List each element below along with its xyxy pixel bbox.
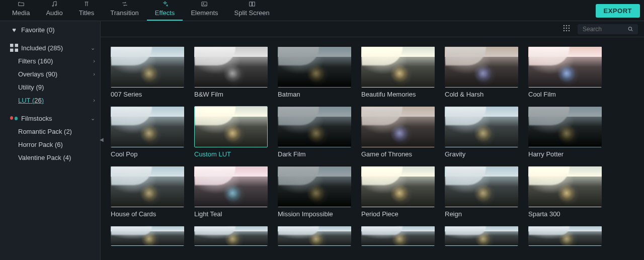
effect-card[interactable]: Mission Impossible [278, 166, 351, 218]
effect-thumbnail [445, 46, 518, 88]
effect-card[interactable]: Cold & Harsh [445, 46, 518, 98]
export-button[interactable]: EXPORT [596, 4, 640, 18]
search-icon [628, 26, 633, 32]
sidebar-item-valentine-pack[interactable]: Valentine Pack (4) [0, 151, 100, 164]
chevron-right-icon: › [93, 97, 95, 103]
effect-card[interactable]: Custom LUT [194, 106, 268, 158]
effect-thumbnail [528, 46, 602, 88]
sidebar-item-utility[interactable]: Utility (9) [0, 80, 100, 94]
heart-icon: ♥ [10, 26, 18, 34]
effects-grid-scroll[interactable]: 007 SeriesB&W FilmBatmanBeautifu Memorie… [101, 37, 644, 260]
effect-label: B&W Film [194, 91, 268, 98]
sidebar-item-label: Included (285) [21, 44, 88, 52]
tab-titles[interactable]: Titles [71, 0, 103, 21]
tab-label: Split Screen [234, 9, 270, 17]
svg-point-18 [569, 30, 570, 32]
effect-card[interactable]: Period Piece [361, 166, 435, 218]
sidebar-item-filters[interactable]: Filters (160) › [0, 54, 100, 67]
effect-card[interactable]: Light Teal [194, 166, 268, 218]
effect-card[interactable] [445, 226, 518, 246]
effect-card[interactable]: Cool Pop [111, 106, 184, 158]
effect-thumbnail [111, 46, 184, 88]
svg-point-13 [564, 28, 565, 29]
sidebar-item-favorite[interactable]: ♥ Favorite (0) [0, 23, 100, 36]
effect-label: Batman [278, 91, 351, 98]
svg-rect-6 [10, 44, 13, 47]
image-icon [200, 1, 208, 8]
swap-icon [121, 1, 129, 8]
effect-label: Game of Thrones [361, 150, 435, 158]
search-box[interactable] [578, 24, 638, 34]
effect-thumbnail [528, 106, 602, 147]
tab-media[interactable]: Media [4, 0, 38, 21]
effect-card[interactable]: House of Cards [111, 166, 184, 218]
effect-card[interactable]: Harry Potter [528, 106, 602, 158]
sidebar-item-label: Filmstocks [21, 115, 88, 122]
effects-grid: 007 SeriesB&W FilmBatmanBeautifu Memorie… [111, 46, 636, 246]
folder-icon [17, 1, 25, 8]
sidebar-item-label: Romantic Pack (2) [18, 128, 95, 135]
effect-card[interactable]: Reign [445, 166, 518, 218]
effect-card[interactable]: Dark Film [278, 106, 351, 158]
chevron-down-icon: ⌄ [91, 115, 95, 122]
effect-thumbnail [111, 106, 184, 147]
sidebar-item-label: Horror Pack (6) [18, 141, 95, 148]
search-input[interactable] [583, 26, 628, 33]
effect-card[interactable]: Gravity [445, 106, 518, 158]
tab-label: Titles [79, 9, 95, 17]
music-icon [50, 1, 58, 8]
effect-card[interactable] [528, 226, 602, 246]
svg-point-15 [569, 28, 570, 29]
sidebar-item-overlays[interactable]: Overlays (90) › [0, 67, 100, 80]
tab-split-screen[interactable]: Split Screen [226, 0, 278, 21]
effect-thumbnail [278, 166, 351, 207]
tab-label: Effects [155, 9, 175, 17]
effect-thumbnail [528, 226, 602, 246]
tab-transition[interactable]: Transition [102, 0, 147, 21]
effect-card[interactable]: Game of Thrones [361, 106, 435, 158]
effect-card[interactable]: B&W Film [194, 46, 268, 98]
effect-label: Cool Film [528, 91, 602, 98]
svg-point-12 [569, 25, 570, 27]
effect-thumbnail [528, 166, 602, 207]
effect-thumbnail [361, 106, 435, 147]
effect-thumbnail [278, 46, 351, 88]
sidebar-item-lut[interactable]: LUT (26) › [0, 94, 100, 107]
effect-label: Reign [445, 210, 518, 218]
tab-label: Transition [110, 9, 139, 17]
tab-audio[interactable]: Audio [38, 0, 70, 21]
collapse-sidebar-handle[interactable]: ◀ [100, 137, 104, 142]
tab-elements[interactable]: Elements [183, 0, 226, 21]
effect-card[interactable]: Batman [278, 46, 351, 98]
effect-label: Gravity [445, 150, 518, 158]
effect-label: Light Teal [194, 210, 268, 218]
grid-view-button[interactable] [560, 23, 573, 35]
effect-label: Mission Impossible [278, 210, 351, 218]
effect-card[interactable] [194, 226, 268, 246]
effect-card[interactable] [361, 226, 435, 246]
effect-card[interactable] [111, 226, 184, 246]
sidebar-item-horror-pack[interactable]: Horror Pack (6) [0, 138, 100, 151]
effect-card[interactable]: Beautifu Memories [361, 46, 435, 98]
split-icon [248, 1, 256, 8]
sidebar-item-romantic-pack[interactable]: Romantic Pack (2) [0, 125, 100, 138]
effect-card[interactable]: Sparta 300 [528, 166, 602, 218]
sidebar-item-label: Overlays (90) [18, 70, 90, 78]
sidebar-item-filmstocks[interactable]: Filmstocks ⌄ [0, 112, 100, 125]
effect-thumbnail [361, 226, 435, 246]
svg-point-3 [203, 3, 204, 4]
svg-point-19 [628, 27, 631, 30]
effect-card[interactable]: 007 Series [111, 46, 184, 98]
svg-point-14 [566, 28, 568, 29]
sidebar-item-included[interactable]: Included (285) ⌄ [0, 41, 100, 54]
effect-card[interactable] [278, 226, 351, 246]
sidebar-item-label: Favorite (0) [21, 26, 95, 34]
tab-effects[interactable]: Effects [147, 0, 183, 21]
effect-thumbnail [445, 166, 518, 207]
svg-line-20 [631, 30, 633, 31]
effect-label: Harry Potter [528, 150, 602, 158]
effect-card[interactable]: Cool Film [528, 46, 602, 98]
svg-rect-9 [15, 49, 18, 52]
main: 007 SeriesB&W FilmBatmanBeautifu Memorie… [101, 21, 644, 260]
svg-point-16 [564, 30, 565, 32]
